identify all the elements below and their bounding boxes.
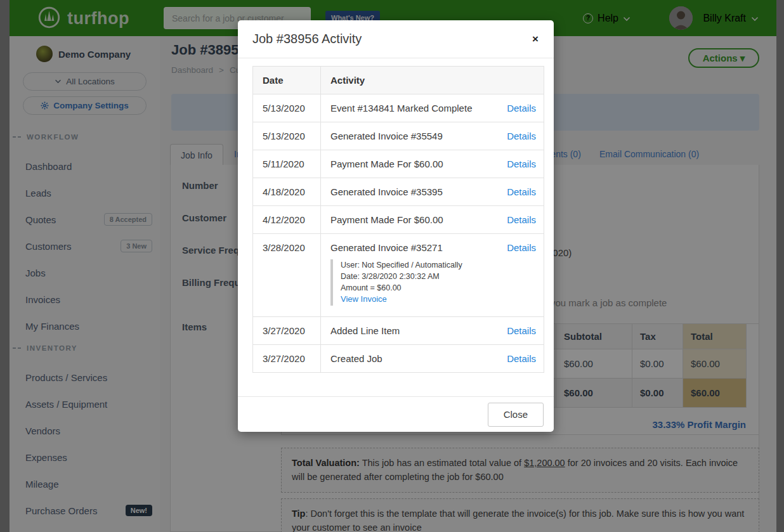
activity-row: 5/11/2020 Payment Made For $60.00Details — [253, 150, 544, 178]
details-link[interactable]: Details — [507, 186, 536, 197]
modal-footer: Close — [238, 396, 554, 432]
details-link[interactable]: Details — [507, 103, 536, 114]
details-link[interactable]: Details — [507, 325, 536, 336]
details-link[interactable]: Details — [507, 353, 536, 364]
screen: turfhop What's New? ? Help Billy Kraft D… — [0, 0, 784, 532]
view-invoice-link[interactable]: View Invoice — [341, 294, 387, 304]
modal-body: Date Activity 5/13/2020 Event #134841 Ma… — [238, 58, 554, 373]
modal-title: Job #38956 Activity — [252, 32, 362, 46]
details-link[interactable]: Details — [507, 214, 536, 225]
close-icon[interactable]: × — [532, 34, 539, 44]
modal-header: Job #38956 Activity × — [238, 20, 554, 58]
activity-table: Date Activity 5/13/2020 Event #134841 Ma… — [252, 66, 544, 373]
activity-row: 5/13/2020 Generated Invoice #35549Detail… — [253, 122, 544, 150]
details-link[interactable]: Details — [507, 131, 536, 141]
close-button[interactable]: Close — [488, 403, 544, 427]
job-activity-modal: Job #38956 Activity × Date Activity 5/13… — [238, 20, 554, 432]
activity-row: 5/13/2020 Event #134841 Marked CompleteD… — [253, 94, 544, 122]
activity-detail-block: User: Not Specified / Automatically Date… — [330, 259, 536, 306]
activity-row: 3/27/2020 Created JobDetails — [253, 344, 544, 372]
details-link[interactable]: Details — [507, 242, 536, 253]
activity-row: 4/18/2020 Generated Invoice #35395Detail… — [253, 178, 544, 205]
activity-row: 3/27/2020 Added Line ItemDetails — [253, 316, 544, 344]
details-link[interactable]: Details — [507, 159, 536, 169]
activity-row-expanded: 3/28/2020 Generated Invoice #35271Detail… — [253, 233, 544, 316]
activity-table-header: Date Activity — [253, 67, 544, 94]
activity-row: 4/12/2020 Payment Made For $60.00Details — [253, 205, 544, 233]
